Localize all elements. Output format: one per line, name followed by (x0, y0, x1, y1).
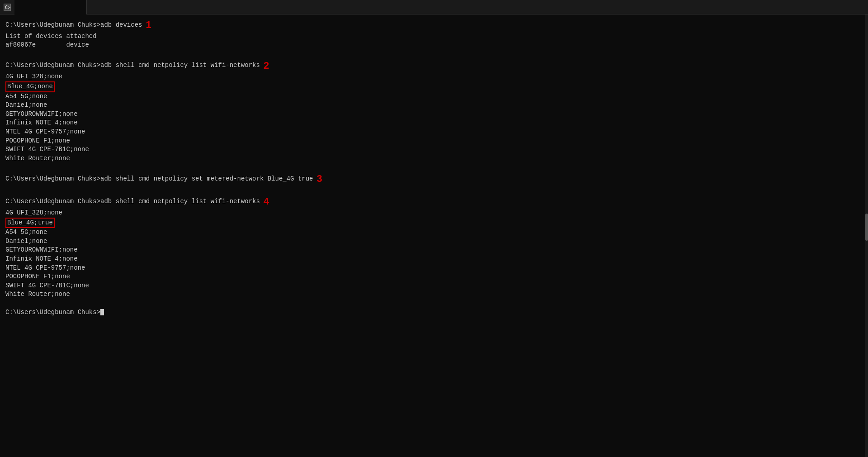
app-icon: C> (4, 4, 11, 11)
terminal-line-7: A54 5G;none (5, 92, 863, 101)
terminal-line-0: C:\Users\Udegbunam Chuks>adb devices1 (5, 18, 863, 32)
terminal-line-25: NTEL 4G CPE-9757;none (5, 264, 863, 273)
terminal-line-28: White Router;none (5, 290, 863, 299)
terminal-line-29 (5, 299, 863, 308)
terminal-line-16: C:\Users\Udegbunam Chuks>adb shell cmd n… (5, 172, 863, 186)
terminal-line-2: af80067e device (5, 41, 863, 50)
annotation-4: 4 (264, 195, 269, 209)
terminal-output: C:\Users\Udegbunam Chuks>adb devices1Lis… (5, 18, 863, 317)
tab-strip (14, 0, 806, 14)
terminal-line-9: GETYOUROWNWIFI;none (5, 110, 863, 119)
minimize-button[interactable] (806, 0, 826, 14)
tab-dropdown-button[interactable] (101, 0, 114, 14)
tab-close-button[interactable] (24, 4, 31, 11)
scrollbar-thumb[interactable] (865, 214, 868, 241)
new-tab-button[interactable] (87, 0, 101, 14)
terminal-line-19: 4G UFI_328;none (5, 209, 863, 218)
terminal-line-23: GETYOUROWNWIFI;none (5, 246, 863, 255)
tab-cmd[interactable] (14, 0, 87, 14)
terminal-line-3 (5, 50, 863, 59)
terminal-line-11: NTEL 4G CPE-9757;none (5, 128, 863, 137)
annotation-3: 3 (317, 172, 322, 186)
terminal-line-20: Blue_4G;true (5, 218, 863, 228)
annotation-2: 2 (264, 59, 269, 73)
terminal-line-21: A54 5G;none (5, 228, 863, 237)
terminal-line-6: Blue_4G;none (5, 81, 863, 92)
terminal-line-15 (5, 163, 863, 172)
svg-text:C>: C> (5, 5, 10, 10)
titlebar: C> (0, 0, 868, 14)
cursor (100, 309, 104, 315)
terminal-line-22: Daniel;none (5, 237, 863, 246)
close-button[interactable] (847, 0, 868, 14)
highlighted-output: Blue_4G;true (5, 218, 55, 228)
terminal-line-8: Daniel;none (5, 101, 863, 110)
terminal-line-26: POCOPHONE F1;none (5, 272, 863, 281)
terminal-line-10: Infinix NOTE 4;none (5, 119, 863, 128)
terminal-line-12: POCOPHONE F1;none (5, 137, 863, 146)
terminal-line-13: SWIFT 4G CPE-7B1C;none (5, 145, 863, 154)
terminal-line-27: SWIFT 4G CPE-7B1C;none (5, 281, 863, 290)
terminal-line-24: Infinix NOTE 4;none (5, 255, 863, 264)
terminal-line-14: White Router;none (5, 154, 863, 163)
terminal-area[interactable]: C:\Users\Udegbunam Chuks>adb devices1Lis… (0, 14, 868, 457)
window-controls (806, 0, 868, 14)
terminal-line-4: C:\Users\Udegbunam Chuks>adb shell cmd n… (5, 59, 863, 73)
highlighted-output: Blue_4G;none (5, 81, 55, 92)
terminal-line-17 (5, 186, 863, 195)
terminal-line-5: 4G UFI_328;none (5, 72, 863, 81)
maximize-button[interactable] (826, 0, 847, 14)
terminal-line-30: C:\Users\Udegbunam Chuks> (5, 308, 863, 317)
annotation-1: 1 (146, 18, 151, 32)
terminal-line-18: C:\Users\Udegbunam Chuks>adb shell cmd n… (5, 195, 863, 209)
terminal-line-1: List of devices attached (5, 32, 863, 41)
scrollbar[interactable] (865, 14, 868, 457)
